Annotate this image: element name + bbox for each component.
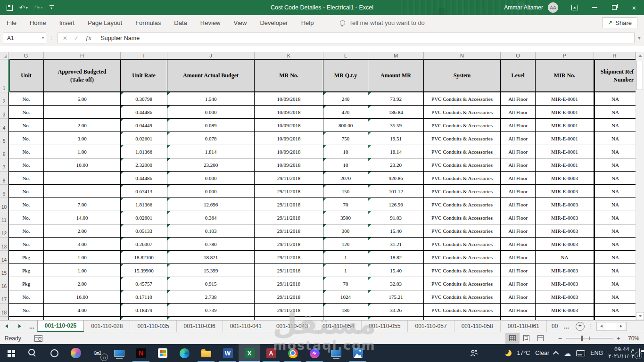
taskbar-chrome-button[interactable] — [282, 344, 304, 362]
taskbar-remote-desktop-button[interactable] — [325, 344, 347, 362]
cell-H5[interactable]: 3.00 — [44, 132, 121, 145]
cell-G6[interactable]: No. — [8, 145, 44, 158]
page-layout-view-button[interactable] — [520, 333, 534, 344]
header-cell-N[interactable]: System — [424, 59, 501, 92]
cell-R13[interactable]: NA — [594, 238, 636, 251]
cell-J2[interactable]: 1.540 — [167, 92, 255, 106]
cell-J3[interactable]: 0.000 — [167, 106, 255, 119]
cell-O12[interactable]: All Floor — [501, 224, 536, 238]
cell-N7[interactable]: PVC Conduits & Accessories — [424, 158, 501, 172]
sheet-nav-left-button[interactable] — [0, 321, 13, 332]
cell-G7[interactable]: No. — [8, 158, 44, 172]
cell-J18[interactable]: 0.739 — [167, 304, 255, 317]
cell-L10[interactable]: 70 — [323, 198, 368, 211]
cell-O8[interactable]: All Floor — [501, 172, 536, 185]
cell-M16[interactable]: 32.03 — [368, 277, 424, 290]
cell-R14[interactable]: NA — [594, 251, 636, 264]
cell-M2[interactable]: 73.92 — [368, 92, 424, 106]
zoom-in-button[interactable]: + — [617, 335, 620, 342]
column-header-I[interactable]: I — [121, 52, 167, 59]
cell-I14[interactable]: 18.82100 — [121, 251, 167, 264]
cell-L12[interactable]: 300 — [323, 224, 368, 238]
tab-help[interactable]: Help — [295, 15, 321, 30]
cloud-icon[interactable]: ☁ — [564, 350, 571, 357]
cell-M18[interactable]: 33.26 — [368, 304, 424, 317]
cell-O3[interactable]: All Floor — [501, 106, 536, 119]
cell-L9[interactable]: 150 — [323, 185, 368, 198]
cell-M7[interactable]: 23.20 — [368, 158, 424, 172]
insert-function-icon[interactable]: ƒx — [85, 34, 91, 42]
cell-P17[interactable]: MIR-E-0003 — [536, 290, 594, 304]
sheet-tab-001-110-025[interactable]: 001-110-025 — [37, 321, 84, 332]
zoom-slider[interactable] — [566, 338, 613, 338]
cell-R9[interactable]: NA — [594, 185, 636, 198]
cell-J13[interactable]: 0.780 — [167, 238, 255, 251]
cell-G10[interactable]: No. — [8, 198, 44, 211]
cell-L2[interactable]: 240 — [323, 92, 368, 106]
cell-K7[interactable]: 10/09/2018 — [255, 158, 323, 172]
sheet-tab-001-110-054[interactable]: 001-110-054 — [315, 321, 362, 332]
cell-K10[interactable]: 29/11/2018 — [255, 198, 323, 211]
cell-M4[interactable]: 35.59 — [368, 119, 424, 132]
hscroll-right-icon[interactable] — [617, 322, 626, 330]
cell-H2[interactable]: 5.00 — [44, 92, 121, 106]
taskbar-cortana-button[interactable] — [43, 344, 65, 362]
cell-P2[interactable]: MIR-E-0001 — [536, 92, 594, 106]
header-cell-R[interactable]: Shipment Ref Number — [594, 59, 636, 92]
weather-temp[interactable]: 17°C — [517, 350, 530, 356]
cell-M8[interactable]: 920.86 — [368, 172, 424, 185]
cell-K16[interactable]: 29/11/2018 — [255, 277, 323, 290]
header-cell-I[interactable]: Unit Rate — [121, 59, 167, 92]
cell-O10[interactable]: All Floor — [501, 198, 536, 211]
cell-N18[interactable]: PVC Conduits & Accessories — [424, 304, 501, 317]
cell-M10[interactable]: 126.96 — [368, 198, 424, 211]
cell-L5[interactable]: 750 — [323, 132, 368, 145]
undo-button[interactable]: ↶▾ — [19, 4, 28, 11]
cell-O13[interactable]: All Floor — [501, 238, 536, 251]
cell-P4[interactable]: MIR-E-0001 — [536, 119, 594, 132]
cell-I17[interactable]: 0.17110 — [121, 290, 167, 304]
taskbar-edge-button[interactable] — [173, 344, 195, 362]
cell-J7[interactable]: 23.200 — [167, 158, 255, 172]
cell-G9[interactable]: No. — [8, 185, 44, 198]
cell-K14[interactable]: 29/11/2018 — [255, 251, 323, 264]
header-cell-L[interactable]: MR Q.t.y — [323, 59, 368, 92]
cell-K4[interactable]: 10/09/2018 — [255, 119, 323, 132]
cell-P18[interactable]: MIR-E-0003 — [536, 304, 594, 317]
cell-P11[interactable]: MIR-E-0003 — [536, 211, 594, 224]
cell-H9[interactable] — [44, 185, 121, 198]
tab-view[interactable]: View — [227, 15, 253, 30]
cell-I19[interactable]: 0.04449 — [121, 317, 167, 320]
cell-P19[interactable]: MIR-E-0003 — [536, 317, 594, 320]
close-button[interactable]: × — [624, 0, 644, 15]
cell-P12[interactable]: MIR-E-0003 — [536, 224, 594, 238]
cell-R7[interactable]: NA — [594, 158, 636, 172]
cell-L11[interactable]: 3500 — [323, 211, 368, 224]
cell-G5[interactable]: No. — [8, 132, 44, 145]
cell-M5[interactable]: 19.51 — [368, 132, 424, 145]
cell-N17[interactable]: PVC Conduits & Accessories — [424, 290, 501, 304]
cell-J9[interactable]: 0.000 — [167, 185, 255, 198]
sheet-tab-001-110-043[interactable]: 001-110-043 — [269, 321, 315, 332]
cell-H16[interactable]: 2.00 — [44, 277, 121, 290]
account-name[interactable]: Ammar Altamer — [504, 4, 543, 11]
cell-L17[interactable]: 1024 — [323, 290, 368, 304]
cell-I10[interactable]: 1.81366 — [121, 198, 167, 211]
row-number-5[interactable]: 5 — [0, 132, 8, 145]
cell-M6[interactable]: 18.14 — [368, 145, 424, 158]
cell-N6[interactable]: PVC Conduits & Accessories — [424, 145, 501, 158]
tab-file[interactable]: File — [0, 15, 23, 30]
row-number-14[interactable]: 14 — [0, 251, 8, 264]
cell-I13[interactable]: 0.26007 — [121, 238, 167, 251]
cell-G4[interactable]: No. — [8, 119, 44, 132]
normal-view-button[interactable] — [505, 333, 520, 344]
cell-G3[interactable]: No. — [8, 106, 44, 119]
cell-G15[interactable]: Pkg — [8, 264, 44, 277]
cell-R16[interactable]: NA — [594, 277, 636, 290]
tab-data[interactable]: Data — [167, 15, 193, 30]
sheet-tab-001-110-061[interactable]: 001-110-061 — [501, 321, 547, 332]
cell-P6[interactable]: MIR-E-0001 — [536, 145, 594, 158]
select-all-corner[interactable] — [0, 52, 8, 59]
cell-H18[interactable]: 4.00 — [44, 304, 121, 317]
cell-K9[interactable]: 29/11/2018 — [255, 185, 323, 198]
